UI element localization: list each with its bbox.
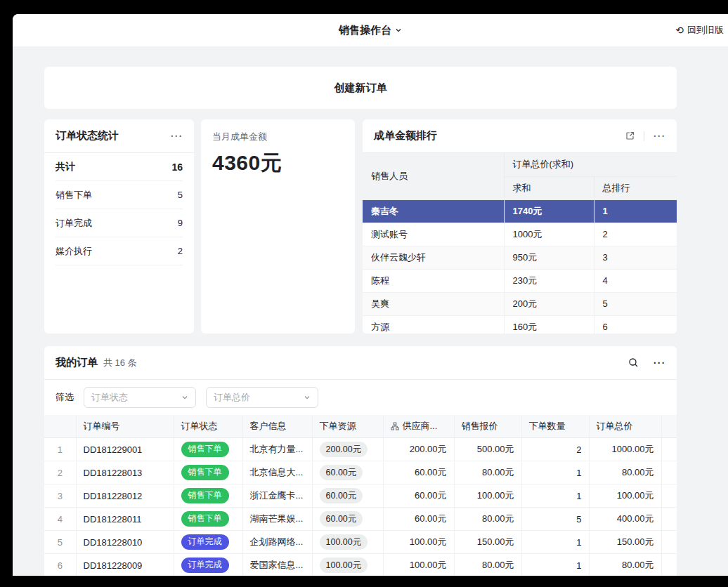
order-qty: 1 [521,531,589,554]
more-icon[interactable]: ⋯ [653,130,665,142]
order-row[interactable]: 4 DD181228011 销售下单 湖南芒果娱... 60.00元 60.00… [44,508,677,531]
extra-cell [661,484,677,508]
status-cell: 销售下单 [174,461,242,484]
col-header-sum: 求和 [504,176,594,199]
resource-pill: 60.00元 [320,465,363,480]
order-row[interactable]: 5 DD181228010 订单完成 企划路网络... 100.00元 100.… [44,531,677,554]
more-icon[interactable]: ⋯ [653,357,665,369]
resource-cell: 60.00元 [312,484,383,508]
order-no: DD181228010 [76,531,174,554]
person-name: 测试账号 [363,223,504,246]
resource-cell: 100.00元 [312,554,383,576]
back-to-old-version-link[interactable]: ⟲ 回到旧版 [675,14,724,46]
resource-pill: 100.00元 [320,558,368,573]
person-name: 吴爽 [363,292,504,315]
chevron-down-icon [181,394,188,401]
order-qty: 1 [521,461,589,484]
status-badge: 销售下单 [181,488,229,503]
select-placeholder: 订单总价 [214,391,250,404]
order-row[interactable]: 6 DD181228009 订单完成 爱国家信息... 100.00元 100.… [44,554,677,576]
col-header-resource: 下单资源 [312,415,383,438]
ranking-row[interactable]: 方源 160元 6 [363,315,677,334]
row-number: 1 [44,438,76,461]
filter-order-total-select[interactable]: 订单总价 [206,387,318,408]
ranking-row[interactable]: 秦吉冬 1740元 1 [363,199,677,223]
status-badge: 销售下单 [181,511,229,527]
col-header-quote: 销售报价 [454,415,521,438]
extra-cell [661,438,677,461]
card-header: 我的订单 共 16 条 ⋯ [44,346,677,380]
create-order-button[interactable]: 创建新订单 [44,67,677,109]
person-rank: 6 [594,315,677,334]
person-rank: 3 [594,246,677,269]
order-row[interactable]: 3 DD181228012 销售下单 浙江金鹰卡... 60.00元 60.00… [44,484,677,508]
export-icon[interactable] [625,131,635,141]
supplier-price: 60.00元 [383,461,454,484]
app-window: 销售操作台 ⟲ 回到旧版 创建新订单 订单状态统计 ⋯ 共计 16 销售下单 5 [13,14,728,576]
supplier-price: 60.00元 [383,484,454,508]
monthly-amount-card: 当月成单金额 4360元 [201,119,355,334]
person-name: 秦吉冬 [363,199,504,223]
ranking-row[interactable]: 伙伴云魏少轩 950元 3 [363,246,677,269]
sales-quote: 80.00元 [454,554,521,576]
extra-cell [661,554,677,576]
person-name: 陈程 [363,269,504,292]
status-cell: 销售下单 [174,508,242,531]
select-placeholder: 订单状态 [91,391,128,404]
row-number: 6 [44,554,76,576]
col-header-person: 销售人员 [363,153,504,199]
person-sum: 200元 [504,292,594,315]
order-qty: 1 [521,554,589,576]
status-row[interactable]: 销售下单 5 [56,181,183,209]
order-qty: 1 [521,484,589,508]
status-row[interactable]: 订单完成 9 [56,209,183,237]
status-badge: 订单完成 [181,558,229,573]
person-sum: 160元 [504,315,594,334]
order-no: DD181228012 [76,484,174,508]
order-total: 80.00元 [589,461,661,484]
workspace-switcher[interactable]: 销售操作台 [339,24,402,37]
status-label: 销售下单 [56,189,92,202]
ranking-row[interactable]: 陈程 230元 4 [363,269,677,292]
restore-icon: ⟲ [675,25,684,35]
col-header-total: 订单总价 [589,415,661,438]
status-row[interactable]: 媒介执行 2 [56,237,183,265]
row-number: 5 [44,531,76,554]
status-label: 订单完成 [56,217,92,230]
hierarchy-icon [391,422,399,430]
orders-table: 订单编号 订单状态 客户信息 下单资源 供应商... 销售报价 下单数量 [44,415,677,576]
ranking-row[interactable]: 吴爽 200元 5 [363,292,677,315]
more-icon[interactable]: ⋯ [170,130,183,142]
col-header-qty: 下单数量 [521,415,589,438]
status-cell: 订单完成 [174,531,242,554]
sales-quote: 150.00元 [454,531,521,554]
customer: 北京信息大... [242,461,312,484]
customer: 浙江金鹰卡... [242,484,312,508]
resource-pill: 200.00元 [320,442,368,457]
order-row[interactable]: 1 DD181229001 销售下单 北京有力量... 200.00元 200.… [44,438,677,461]
col-header-order-no: 订单编号 [76,415,174,438]
order-total: 400.00元 [589,508,661,531]
filter-order-status-select[interactable]: 订单状态 [84,387,196,408]
status-value: 16 [171,161,183,173]
sales-quote: 80.00元 [454,461,521,484]
status-value: 5 [178,190,183,200]
resource-cell: 60.00元 [312,461,383,484]
page-title: 销售操作台 [339,24,391,37]
sales-quote: 100.00元 [454,484,521,508]
search-icon[interactable] [628,357,639,368]
resource-cell: 60.00元 [312,508,383,531]
resource-cell: 200.00元 [312,438,383,461]
person-name: 方源 [363,315,504,334]
status-badge: 销售下单 [181,442,229,457]
order-total: 100.00元 [589,484,661,508]
order-row[interactable]: 2 DD181228013 销售下单 北京信息大... 60.00元 60.00… [44,461,677,484]
supplier-price: 100.00元 [383,531,454,554]
sales-quote: 80.00元 [454,508,521,531]
ranking-row[interactable]: 测试账号 1000元 2 [363,223,677,246]
status-row-total[interactable]: 共计 16 [56,153,183,181]
col-header-customer: 客户信息 [242,415,312,438]
sales-quote: 500.00元 [454,438,521,461]
row-number: 2 [44,461,76,484]
col-header-rank: 总排行 [594,176,677,199]
